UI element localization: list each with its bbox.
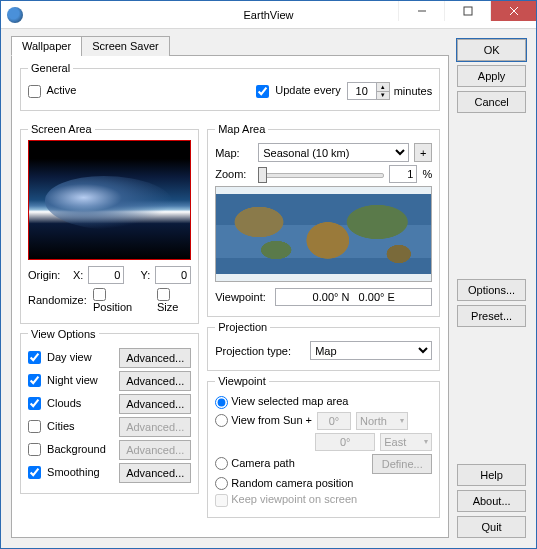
origin-x-input[interactable] xyxy=(88,266,124,284)
viewopt-background-checkbox[interactable]: Background xyxy=(28,443,106,457)
preset-button[interactable]: Preset... xyxy=(457,305,526,327)
randomize-size-checkbox[interactable]: Size xyxy=(157,287,191,313)
view-options-group: View Options Day view Advanced... Night … xyxy=(20,328,199,494)
active-checkbox[interactable]: Active xyxy=(28,84,256,98)
map-select[interactable]: Seasonal (10 km) xyxy=(258,143,409,162)
sun-deg2: 0° xyxy=(315,433,375,451)
projection-legend: Projection xyxy=(215,321,270,333)
projection-type-label: Projection type: xyxy=(215,345,305,357)
update-interval-input[interactable] xyxy=(347,82,377,100)
app-window: EarthView Wallpaper Screen Saver General… xyxy=(0,0,537,549)
viewopt-clouds-checkbox[interactable]: Clouds xyxy=(28,397,81,411)
random-camera-radio[interactable]: Random camera position xyxy=(215,477,353,491)
keep-viewpoint-checkbox: Keep viewpoint on screen xyxy=(215,493,357,507)
about-button[interactable]: About... xyxy=(457,490,526,512)
viewopt-night view-advanced-button[interactable]: Advanced... xyxy=(119,371,191,391)
randomize-label: Randomize: xyxy=(28,294,88,306)
camera-path-radio[interactable]: Camera path xyxy=(215,457,295,471)
options-button[interactable]: Options... xyxy=(457,279,526,301)
svg-rect-1 xyxy=(464,7,472,15)
tab-screensaver[interactable]: Screen Saver xyxy=(81,36,170,56)
sun-dir2-select: East xyxy=(380,433,432,451)
cancel-button[interactable]: Cancel xyxy=(457,91,526,113)
define-button: Define... xyxy=(372,454,432,474)
view-options-legend: View Options xyxy=(28,328,99,340)
origin-y-input[interactable] xyxy=(155,266,191,284)
x-label: X: xyxy=(73,269,83,281)
projection-group: Projection Projection type: Map xyxy=(207,321,440,371)
viewpoint-label: Viewpoint: xyxy=(215,291,270,303)
projection-type-select[interactable]: Map xyxy=(310,341,432,360)
tab-wallpaper[interactable]: Wallpaper xyxy=(11,36,82,56)
update-spinner[interactable]: ▲▼ xyxy=(377,82,390,100)
screen-area-preview[interactable] xyxy=(28,140,191,260)
screen-area-group: Screen Area Origin: X: Y: Randomize: Pos… xyxy=(20,123,199,324)
view-selected-radio[interactable]: View selected map area xyxy=(215,395,348,409)
viewopt-cities-advanced-button: Advanced... xyxy=(119,417,191,437)
map-area-group: Map Area Map: Seasonal (10 km) + Zoom: %… xyxy=(207,123,440,317)
origin-label: Origin: xyxy=(28,269,68,281)
map-area-legend: Map Area xyxy=(215,123,268,135)
viewpoint-legend: Viewpoint xyxy=(215,375,269,387)
viewopt-background-advanced-button: Advanced... xyxy=(119,440,191,460)
general-group: General Active Update every ▲▼ minutes xyxy=(20,62,440,111)
zoom-unit: % xyxy=(422,168,432,180)
map-add-button[interactable]: + xyxy=(414,143,432,162)
viewpoint-group: Viewpoint View selected map area View fr… xyxy=(207,375,440,518)
ok-button[interactable]: OK xyxy=(457,39,526,61)
viewopt-clouds-advanced-button[interactable]: Advanced... xyxy=(119,394,191,414)
zoom-label: Zoom: xyxy=(215,168,253,180)
map-area-preview[interactable] xyxy=(215,186,432,282)
general-legend: General xyxy=(28,62,73,74)
view-from-sun-radio[interactable]: View from Sun + xyxy=(215,414,312,428)
titlebar: EarthView xyxy=(1,1,536,29)
y-label: Y: xyxy=(140,269,150,281)
close-button[interactable] xyxy=(490,1,536,21)
maximize-button[interactable] xyxy=(444,1,490,21)
viewopt-smoothing-checkbox[interactable]: Smoothing xyxy=(28,466,100,480)
sun-deg1: 0° xyxy=(317,412,351,430)
update-every-checkbox[interactable]: Update every xyxy=(256,84,341,98)
screen-area-legend: Screen Area xyxy=(28,123,95,135)
viewpoint-readout[interactable] xyxy=(275,288,432,306)
active-label: Active xyxy=(46,84,76,96)
viewopt-night view-checkbox[interactable]: Night view xyxy=(28,374,98,388)
zoom-input[interactable] xyxy=(389,165,417,183)
minimize-button[interactable] xyxy=(398,1,444,21)
update-unit: minutes xyxy=(394,85,433,97)
quit-button[interactable]: Quit xyxy=(457,516,526,538)
window-title: EarthView xyxy=(244,9,294,21)
viewopt-day view-checkbox[interactable]: Day view xyxy=(28,351,92,365)
help-button[interactable]: Help xyxy=(457,464,526,486)
update-label: Update every xyxy=(275,84,340,96)
sun-dir1-select: North xyxy=(356,412,408,430)
viewopt-day view-advanced-button[interactable]: Advanced... xyxy=(119,348,191,368)
viewopt-smoothing-advanced-button[interactable]: Advanced... xyxy=(119,463,191,483)
app-icon xyxy=(7,7,23,23)
zoom-slider[interactable] xyxy=(258,165,384,183)
map-label: Map: xyxy=(215,147,253,159)
viewopt-cities-checkbox[interactable]: Cities xyxy=(28,420,75,434)
randomize-position-checkbox[interactable]: Position xyxy=(93,287,143,313)
apply-button[interactable]: Apply xyxy=(457,65,526,87)
